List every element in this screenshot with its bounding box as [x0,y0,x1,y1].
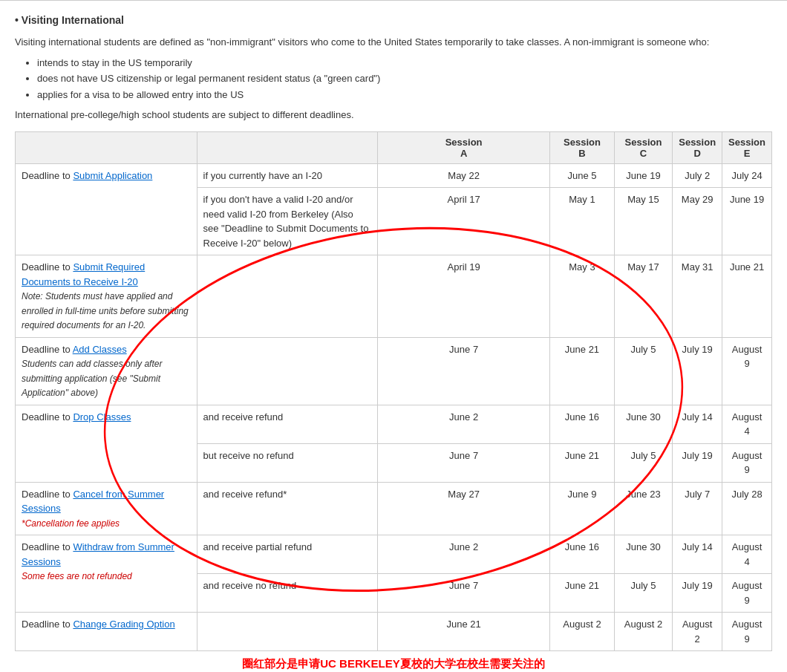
col-header-session-b: SessionB [550,131,615,163]
submit-docs-link[interactable]: Submit Required Documents to Receive I-2… [22,261,145,287]
session-c-val: June 19 [614,163,672,188]
col-header-session-c: SessionC [614,131,672,163]
session-b-val: June 16 [550,535,615,574]
condition-cell: and receive refund* [197,482,378,535]
session-a-val: May 27 [378,482,550,535]
session-e-val: August 9 [722,613,772,651]
condition-cell [197,337,378,405]
col-header-deadline [16,131,197,163]
withdraw-link[interactable]: Withdraw from Summer Sessions [22,541,174,567]
condition-cell: and receive refund [197,405,378,443]
session-d-val: July 19 [673,574,722,613]
session-d-val: July 2 [673,163,722,188]
session-e-val: August 9 [722,574,772,613]
session-e-val: June 19 [722,188,772,255]
session-c-val: July 5 [614,337,672,405]
main-content: • Visiting International Visiting intern… [0,0,787,672]
deadline-cell: Deadline to Change Grading Option [16,613,197,651]
session-c-val: July 5 [614,443,672,482]
table-row: Deadline to Withdraw from Summer Session… [16,535,772,574]
table-row: Deadline to Submit Required Documents to… [16,255,772,338]
condition-cell: but receive no refund [197,443,378,482]
session-e-val: August 4 [722,535,772,574]
session-a-val: April 19 [378,255,550,338]
session-a-val: May 22 [378,163,550,188]
section-title: • Visiting International [15,14,124,26]
note-text: Note: Students must have applied and enr… [22,291,189,330]
deadline-cell: Deadline to Drop Classes [16,405,197,482]
note-text: *Cancellation fee applies [22,518,120,529]
deadlines-table: SessionA SessionB SessionC SessionD Sess… [15,131,772,652]
list-item: intends to stay in the US temporarily [37,56,772,71]
session-d-val: July 19 [673,443,722,482]
session-a-val: June 7 [378,443,550,482]
session-c-val: July 5 [614,574,672,613]
session-d-val: July 14 [673,535,722,574]
add-classes-link[interactable]: Add Classes [73,344,127,355]
chinese-annotation: 圈红部分是申请UC BERKELEY夏校的大学在校生需要关注的 [15,657,772,671]
condition-cell [197,255,378,338]
session-c-val: June 30 [614,535,672,574]
session-a-val: June 2 [378,535,550,574]
session-c-val: May 15 [614,188,672,255]
note-text: Students can add classes only after subm… [22,359,162,398]
session-a-val: April 17 [378,188,550,255]
session-d-val: July 19 [673,337,722,405]
session-b-val: May 1 [550,188,615,255]
session-b-val: June 5 [550,163,615,188]
table-wrapper: SessionA SessionB SessionC SessionD Sess… [15,131,772,652]
session-e-val: June 21 [722,255,772,338]
deadline-cell: Deadline to Withdraw from Summer Session… [16,535,197,613]
condition-cell: if you don't have a valid I-20 and/or ne… [197,188,378,255]
session-e-val: August 4 [722,405,772,443]
session-b-val: June 9 [550,482,615,535]
session-c-val: May 17 [614,255,672,338]
col-header-session-a: SessionA [378,131,550,163]
change-grading-link[interactable]: Change Grading Option [73,619,174,630]
session-a-val: June 7 [378,337,550,405]
session-d-val: May 31 [673,255,722,338]
col-header-session-d: SessionD [673,131,722,163]
session-a-val: June 2 [378,405,550,443]
session-c-val: June 30 [614,405,672,443]
condition-cell: and receive partial refund [197,535,378,574]
table-row: Deadline to Submit Application if you cu… [16,163,772,188]
deadline-cell: Deadline to Add Classes Students can add… [16,337,197,405]
table-row: Deadline to Change Grading Option June 2… [16,613,772,651]
session-e-val: July 24 [722,163,772,188]
cancel-sessions-link[interactable]: Cancel from Summer Sessions [22,489,164,515]
note-text: Some fees are not refunded [22,571,132,581]
session-b-val: June 16 [550,405,615,443]
condition-cell [197,613,378,651]
session-a-val: June 7 [378,574,550,613]
col-header-session-e: SessionE [722,131,772,163]
bullet-list: intends to stay in the US temporarily do… [37,56,772,102]
session-c-val: August 2 [614,613,672,651]
list-item: does not have US citizenship or legal pe… [37,71,772,86]
session-d-val: July 14 [673,405,722,443]
session-b-val: May 3 [550,255,615,338]
session-b-val: August 2 [550,613,615,651]
list-item: applies for a visa to be allowed entry i… [37,88,772,102]
session-d-val: July 7 [673,482,722,535]
session-c-val: June 23 [614,482,672,535]
session-b-val: June 21 [550,443,615,482]
condition-cell: if you currently have an I-20 [197,163,378,188]
table-row: Deadline to Cancel from Summer Sessions … [16,482,772,535]
session-b-val: June 21 [550,574,615,613]
table-row: Deadline to Add Classes Students can add… [16,337,772,405]
session-e-val: August 9 [722,337,772,405]
session-e-val: July 28 [722,482,772,535]
session-b-val: June 21 [550,337,615,405]
session-d-val: August 2 [673,613,722,651]
session-a-val: June 21 [378,613,550,651]
col-header-condition [197,131,378,163]
condition-cell: and receive no refund [197,574,378,613]
session-d-val: May 29 [673,188,722,255]
deadline-cell: Deadline to Submit Required Documents to… [16,255,197,338]
submit-application-link[interactable]: Submit Application [73,170,152,181]
intro-paragraph: Visiting international students are defi… [15,35,772,50]
note-paragraph: International pre-college/high school st… [15,108,772,123]
drop-classes-link[interactable]: Drop Classes [73,411,131,423]
table-row: Deadline to Drop Classes and receive ref… [16,405,772,443]
